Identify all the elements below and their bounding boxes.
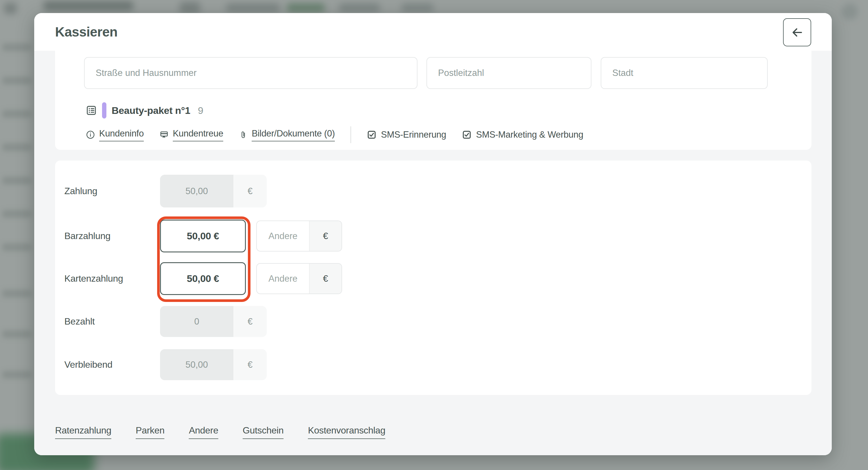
checked-checkbox-icon <box>367 130 377 140</box>
blurred-topbar-tab <box>226 3 280 12</box>
footer-link-parken[interactable]: Parken <box>136 425 165 439</box>
blurred-sidebar-item <box>2 330 31 338</box>
kartenzahlung-other-input[interactable]: Andere € <box>256 263 342 294</box>
euro-suffix: € <box>234 306 267 337</box>
kundeninfo-link[interactable]: Kundeninfo <box>86 128 144 141</box>
item-color-pill <box>102 102 106 119</box>
zip-input[interactable] <box>427 57 591 89</box>
euro-suffix: € <box>234 175 267 207</box>
andere-placeholder: Andere <box>257 221 309 251</box>
verbleibend-value: 50,00 <box>160 349 234 380</box>
blurred-sidebar-item <box>2 77 31 84</box>
kartenzahlung-row: Kartenzahlung 50,00 € Andere € <box>64 262 802 295</box>
customer-card: Beauty-paket n°1 9 Kundeninfo Kundentreu… <box>55 51 811 150</box>
blurred-menu-icon <box>4 3 17 14</box>
footer-link-andere[interactable]: Andere <box>189 425 218 439</box>
blurred-sidebar-item <box>2 290 31 297</box>
kassieren-modal: Kassieren Beauty-paket n°1 9 Kundeninfo <box>34 13 832 455</box>
barzahlung-other-input[interactable]: Andere € <box>256 221 342 251</box>
street-input[interactable] <box>84 57 417 89</box>
footer-link-kostenvoranschlag[interactable]: Kostenvoranschlag <box>308 425 385 439</box>
vertical-divider <box>350 126 351 143</box>
footer-payment-options: Ratenzahlung Parken Andere Gutschein Kos… <box>55 425 385 439</box>
paperclip-icon <box>239 130 248 139</box>
checkbox-sms-erinnerung[interactable]: SMS-Erinnerung <box>367 130 446 140</box>
blurred-topbar-tab <box>339 3 380 12</box>
barzahlung-amount-button[interactable]: 50,00 € <box>160 220 246 253</box>
modal-header: Kassieren <box>34 13 832 51</box>
euro-suffix: € <box>309 221 342 251</box>
verbleibend-row: Verbleibend 50,00 € <box>64 349 802 380</box>
item-name: Beauty-paket n°1 <box>112 105 190 116</box>
checkbox-sms-marketing[interactable]: SMS-Marketing & Werbung <box>462 130 583 140</box>
list-icon <box>86 105 97 116</box>
customer-links-row: Kundeninfo Kundentreue Bilder/Dokumente … <box>86 126 583 144</box>
euro-suffix: € <box>309 264 342 294</box>
blurred-topbar-tab-active <box>287 3 325 12</box>
blurred-sidebar-item <box>2 143 31 151</box>
payment-card: Zahlung 50,00 € Barzahlung 50,00 € Ander… <box>55 161 811 395</box>
barzahlung-row: Barzahlung 50,00 € Andere € <box>64 220 802 253</box>
zahlung-label: Zahlung <box>64 186 160 197</box>
modal-title: Kassieren <box>55 24 117 40</box>
zahlung-readonly-input: 50,00 € <box>160 175 267 207</box>
blurred-avatar <box>842 3 858 20</box>
item-quantity: 9 <box>198 105 203 116</box>
blurred-topbar-tab <box>180 2 200 14</box>
zahlung-value: 50,00 <box>160 175 234 207</box>
loyalty-card-icon <box>159 130 169 139</box>
bezahlt-value: 0 <box>160 306 234 337</box>
back-button[interactable] <box>783 18 811 46</box>
bilder-dokumente-link[interactable]: Bilder/Dokumente (0) <box>239 128 335 141</box>
blurred-sidebar-item <box>2 243 31 251</box>
blurred-topbar-tab <box>402 3 433 12</box>
city-input[interactable] <box>601 57 768 89</box>
blurred-sidebar-item <box>2 43 31 51</box>
bezahlt-label: Bezahlt <box>64 316 160 327</box>
footer-link-ratenzahlung[interactable]: Ratenzahlung <box>55 425 111 439</box>
cart-item: Beauty-paket n°1 9 <box>86 102 203 119</box>
footer-link-gutschein[interactable]: Gutschein <box>243 425 283 439</box>
blurred-customer-name <box>43 1 133 10</box>
checked-checkbox-icon <box>462 130 472 140</box>
verbleibend-label: Verbleibend <box>64 359 160 370</box>
kartenzahlung-label: Kartenzahlung <box>64 273 160 284</box>
bezahlt-row: Bezahlt 0 € <box>64 306 802 337</box>
zahlung-row: Zahlung 50,00 € <box>64 175 802 207</box>
andere-placeholder: Andere <box>257 264 309 294</box>
barzahlung-label: Barzahlung <box>64 231 160 241</box>
modal-body: Beauty-paket n°1 9 Kundeninfo Kundentreu… <box>34 51 832 455</box>
bezahlt-readonly-input: 0 € <box>160 306 267 337</box>
blurred-sidebar-item <box>2 371 31 378</box>
arrow-left-icon <box>790 26 804 39</box>
blurred-sidebar-item <box>2 110 31 118</box>
kundentreue-link[interactable]: Kundentreue <box>159 128 223 141</box>
info-icon <box>86 130 95 139</box>
blurred-sidebar-item <box>2 177 31 184</box>
verbleibend-readonly-input: 50,00 € <box>160 349 267 380</box>
blurred-sidebar-item <box>2 210 31 217</box>
kartenzahlung-amount-button[interactable]: 50,00 € <box>160 262 246 295</box>
euro-suffix: € <box>234 349 267 380</box>
